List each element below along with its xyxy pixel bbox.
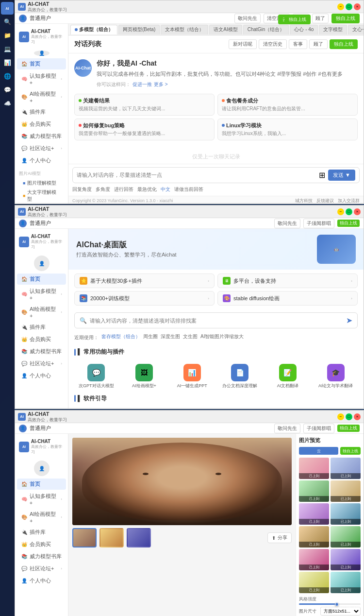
- feature-1[interactable]: 🖥 多平台，设备支持 ›: [217, 274, 358, 288]
- img-cell-2[interactable]: 己上到: [299, 480, 329, 502]
- suggest-card-1[interactable]: 食包餐务成分 请让我利用CRAFT的意食品的包装管...: [217, 94, 358, 116]
- sidebar-item-library-3[interactable]: 📚 威力模型书库: [17, 551, 66, 562]
- ask-btn-3[interactable]: 敬问先生: [274, 424, 300, 433]
- tab-web[interactable]: 网页模型(Beta): [118, 25, 160, 34]
- sidebar-item-paint-3[interactable]: 🎨 AI绘画模型+ ›: [17, 509, 66, 526]
- img-cell-0[interactable]: 己上到: [299, 458, 329, 479]
- sidebar-item-home-3[interactable]: 🏠 首页: [17, 479, 66, 490]
- img-cell-3[interactable]: 已上到: [331, 480, 361, 502]
- func-2[interactable]: 📊 AI一键生成PPT: [170, 364, 214, 389]
- taskbar-icon-search[interactable]: 🔍: [1, 16, 14, 28]
- thumb-1[interactable]: [99, 528, 124, 548]
- recent-tag-1[interactable]: 周生圈: [143, 333, 158, 340]
- view-btn-1[interactable]: 顾了: [312, 14, 329, 23]
- sidebar-item-home-2[interactable]: 🏠 首页: [17, 274, 66, 285]
- close-btn-3[interactable]: ×: [354, 413, 361, 420]
- suggest-card-2[interactable]: 如何修复bug策略 我需要你帮助一个一般修复遭遇的策略...: [74, 119, 215, 140]
- thumb-2[interactable]: [127, 528, 151, 548]
- option-angle[interactable]: 回复角度: [72, 186, 92, 193]
- share-btn[interactable]: ⬆ 分享: [267, 532, 292, 543]
- func-5[interactable]: 🎓 AI论文与学术翻译: [314, 364, 358, 389]
- img-cell-6[interactable]: 己上到: [299, 526, 329, 548]
- img-cell-11[interactable]: 已上到: [331, 572, 361, 593]
- option-lang[interactable]: 中文: [161, 186, 170, 193]
- feature-3[interactable]: 🎨 stable diffusion绘画 ›: [217, 291, 358, 306]
- sidebar-item-plugin-2[interactable]: 🔌 插件库: [17, 322, 66, 333]
- btn-view[interactable]: 顾了: [309, 39, 328, 49]
- taskbar-icon-browser[interactable]: 🌐: [1, 70, 14, 83]
- img-cell-5[interactable]: 已上到: [331, 503, 361, 525]
- close-btn-2[interactable]: ×: [354, 208, 361, 215]
- feature-0[interactable]: ⭐ 基于大模型30多+插件 ›: [74, 274, 215, 288]
- sidebar-item-models-1[interactable]: 🧠 认知多模型+ ›: [17, 70, 66, 87]
- sidebar-item-profile-1[interactable]: 👤 个人中心: [17, 155, 66, 166]
- send-button[interactable]: 发送 ▼: [328, 170, 355, 181]
- maximize-btn-2[interactable]: □: [346, 208, 352, 215]
- img-model-2[interactable]: ■ 大文字理解模型: [21, 188, 62, 204]
- sidebar-item-plugin-1[interactable]: 🔌 插件库: [17, 106, 66, 118]
- sidebar-item-forum-2[interactable]: 💬 社区论坛+ ›: [17, 358, 66, 369]
- taskbar-icon-chat[interactable]: 💬: [1, 84, 14, 96]
- footer-link-science[interactable]: 城方科技: [295, 198, 313, 204]
- img-cell-8[interactable]: 己上到: [299, 549, 329, 570]
- img-cell-9[interactable]: 已上到: [331, 549, 361, 570]
- taskbar-icon-cloud[interactable]: ☁️: [1, 97, 14, 110]
- child-btn-3[interactable]: 子须闻群唱: [303, 424, 334, 433]
- sidebar-item-paint-2[interactable]: 🎨 AI绘画模型+ ›: [17, 304, 66, 321]
- img-cell-10[interactable]: 己上到: [299, 572, 329, 593]
- tab-text[interactable]: 文本模型（结合）: [161, 25, 208, 34]
- option-answer[interactable]: 进行回答: [114, 186, 133, 193]
- maximize-btn-1[interactable]: □: [346, 3, 352, 10]
- sidebar-item-profile-2[interactable]: 👤 个人中心: [17, 370, 66, 381]
- img-cell-4[interactable]: 己上到: [299, 503, 329, 525]
- taskbar-icon-folder[interactable]: 📁: [1, 29, 14, 42]
- option-multi[interactable]: 多角度: [96, 186, 110, 193]
- tab-chatgpt[interactable]: ChatGin（结合）: [243, 25, 289, 34]
- func-4[interactable]: 📝 AI文档翻译: [266, 364, 310, 389]
- maximize-btn-3[interactable]: □: [346, 413, 352, 420]
- cloud-img-btn[interactable]: 云: [299, 447, 338, 455]
- sidebar-item-profile-3[interactable]: 👤 个人中心: [17, 575, 66, 586]
- tab-xinxin[interactable]: 心心 - 4o: [290, 25, 318, 34]
- image-input-icon[interactable]: ⊞: [319, 171, 325, 180]
- sidebar-item-forum-3[interactable]: 💬 社区论坛+ ›: [17, 563, 66, 574]
- minimize-btn-3[interactable]: −: [337, 413, 344, 420]
- suggest-card-3[interactable]: Linux学习模块 我想学习Linux系统，我输入...: [217, 119, 358, 140]
- suggest-link-next[interactable]: 促进一推: [132, 81, 152, 88]
- func-0[interactable]: 💬 次GPT对话大模型: [74, 364, 118, 389]
- sidebar-item-vip-1[interactable]: 👑 会员购买: [17, 119, 66, 130]
- send-search-icon[interactable]: ➤: [346, 316, 352, 325]
- option-current[interactable]: 请做当前回答: [174, 186, 203, 193]
- img-cell-1[interactable]: 已上到: [331, 458, 361, 479]
- clear-btn-2[interactable]: 子须闻群唱: [303, 219, 334, 228]
- online-img-btn[interactable]: 独自上线: [340, 447, 361, 455]
- func-3[interactable]: 📄 办公文档深度理解: [218, 364, 262, 389]
- func-1[interactable]: 🖼 AI绘画模型+: [122, 364, 166, 389]
- img-cell-7[interactable]: 已上到: [331, 526, 361, 548]
- sidebar-item-forum-1[interactable]: 💬 社区论坛+ ›: [17, 143, 66, 154]
- suggest-card-0[interactable]: 关建餐结果 视频我运营的关键，以下几天文关键词...: [74, 94, 215, 116]
- close-btn-1[interactable]: ×: [354, 3, 361, 10]
- thumb-0[interactable]: [72, 528, 97, 548]
- btn-new-chat[interactable]: 新对话呢: [229, 39, 257, 49]
- feature-2[interactable]: 📚 20000+训练模型 ›: [74, 291, 215, 306]
- option-opt[interactable]: 最急优化: [137, 186, 157, 193]
- sidebar-item-paint-1[interactable]: 🎨 AI绘画模型+ ›: [17, 88, 66, 105]
- tab-wenzi[interactable]: 文字模型: [319, 25, 347, 34]
- search-input[interactable]: [90, 318, 343, 324]
- online-btn-1[interactable]: 独自上线: [331, 14, 360, 23]
- recent-tag-3[interactable]: 文生图: [183, 333, 198, 340]
- btn-event[interactable]: 客事: [289, 39, 307, 49]
- sidebar-item-models-2[interactable]: 🧠 认知多模型+ ›: [17, 286, 66, 303]
- footer-link-group[interactable]: 加入交流群: [338, 198, 360, 204]
- tab-wenxin[interactable]: 文心一言: [348, 25, 364, 34]
- recent-tag-0[interactable]: 套存模型（组合）: [101, 333, 140, 340]
- sidebar-item-home-1[interactable]: 🏠 首页: [17, 58, 66, 69]
- suggest-link-more[interactable]: 更多 >: [154, 81, 168, 88]
- sidebar-item-models-3[interactable]: 🧠 认知多模型+ ›: [17, 491, 66, 508]
- sidebar-item-library-1[interactable]: 📚 威力模型书库: [17, 131, 66, 142]
- recent-tag-4[interactable]: AI智能图片弹缩放大: [200, 333, 244, 340]
- chat-input[interactable]: [77, 172, 316, 178]
- minimize-btn-2[interactable]: −: [337, 208, 344, 215]
- tab-chinese[interactable]: 语文AI模型: [209, 25, 242, 34]
